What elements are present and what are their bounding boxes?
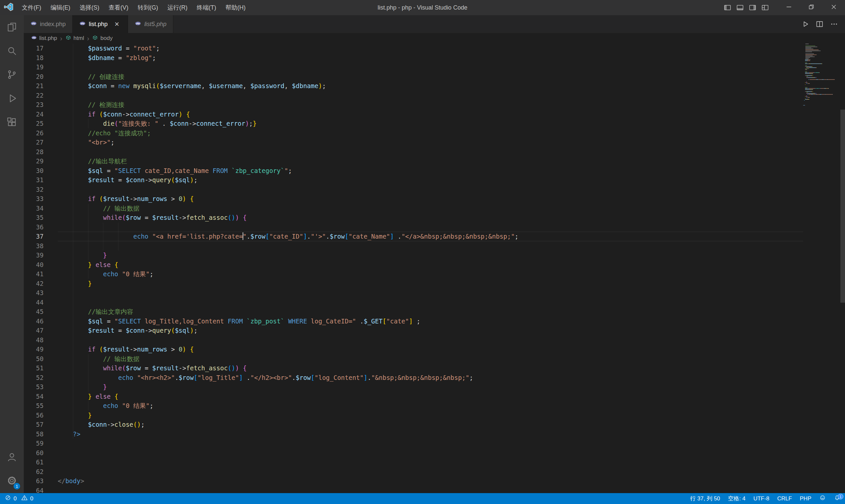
code-line[interactable]: "<br>"; xyxy=(58,138,845,147)
code-line[interactable]: //输出文章内容 xyxy=(58,307,845,317)
search-icon xyxy=(6,45,18,56)
toggle-secondary-sidebar-icon[interactable] xyxy=(749,4,757,12)
code-line[interactable]: $sql = "SELECT cate_ID,cate_Name FROM `z… xyxy=(58,166,845,176)
restore-button[interactable] xyxy=(800,0,823,15)
code-line[interactable] xyxy=(58,486,845,493)
code-line[interactable] xyxy=(58,448,845,458)
code-line[interactable]: $dbname = "zblog"; xyxy=(58,53,845,63)
code-line[interactable]: if ($result->num_rows > 0) { xyxy=(58,345,845,354)
activity-item-extensions[interactable] xyxy=(0,110,24,134)
code-line[interactable] xyxy=(58,298,845,307)
code-line[interactable]: echo "0 结果"; xyxy=(58,401,845,411)
code-line[interactable]: //echo "连接成功"; xyxy=(58,128,845,138)
code-line[interactable] xyxy=(58,91,845,100)
code-line[interactable] xyxy=(58,335,845,345)
activity-item-settings[interactable]: 1 xyxy=(0,469,24,492)
code-line[interactable]: if ($result->num_rows > 0) { xyxy=(58,194,845,204)
status-feedback[interactable] xyxy=(819,493,826,504)
code-line[interactable]: // 创建连接 xyxy=(58,72,845,82)
menu-item-terminal[interactable]: 终端(T) xyxy=(192,0,221,15)
minimize-button[interactable] xyxy=(778,0,800,15)
activity-item-search[interactable] xyxy=(0,39,24,63)
status-encoding[interactable]: UTF-8 xyxy=(753,493,769,504)
menu-item-edit[interactable]: 编辑(E) xyxy=(46,0,75,15)
code-line[interactable]: echo "0 结果"; xyxy=(58,269,845,279)
breadcrumb-item[interactable]: phplist.php xyxy=(31,35,57,42)
window-title: list.php - php - Visual Studio Code xyxy=(378,4,467,11)
status-cursor-position[interactable]: 行 37, 列 50 xyxy=(690,493,720,504)
status-indentation[interactable]: 空格: 4 xyxy=(728,493,745,504)
code-line[interactable]: } xyxy=(58,382,845,392)
code-line[interactable] xyxy=(58,62,845,72)
line-number: 25 xyxy=(24,119,58,128)
code-line[interactable] xyxy=(58,147,845,157)
activity-item-source-control[interactable] xyxy=(0,63,24,87)
code-line[interactable]: //输出导航栏 xyxy=(58,157,845,166)
breadcrumb-item[interactable]: html xyxy=(65,35,84,42)
tab-index-php[interactable]: phpindex.php xyxy=(24,15,73,33)
activity-item-explorer[interactable] xyxy=(0,15,24,39)
status-errors[interactable]: 0 xyxy=(5,493,17,504)
code-line[interactable]: while($row = $result->fetch_assoc()) { xyxy=(58,213,845,222)
line-number: 29 xyxy=(24,157,58,166)
toggle-panel-icon[interactable] xyxy=(736,4,744,12)
tab-list-php[interactable]: phplist.php× xyxy=(73,15,128,33)
toggle-sidebar-icon[interactable] xyxy=(723,4,732,12)
split-editor-icon[interactable] xyxy=(814,18,825,30)
code-line[interactable] xyxy=(58,439,845,448)
code-line[interactable]: // 检测连接 xyxy=(58,100,845,110)
code-line[interactable]: $password = "root"; xyxy=(58,43,845,53)
menu-item-goto[interactable]: 转到(G) xyxy=(133,0,163,15)
code-line[interactable] xyxy=(58,185,845,194)
code-editor[interactable]: 1718192021222324252627282930313233343536… xyxy=(24,43,845,493)
status-eol[interactable]: CRLF xyxy=(777,493,792,504)
code-line[interactable]: </body> xyxy=(58,476,845,486)
code-line[interactable] xyxy=(58,241,845,251)
code-line[interactable]: } else { xyxy=(58,392,845,401)
code-line[interactable]: $sql = "SELECT log_Title,log_Content FRO… xyxy=(58,317,845,326)
status-language-mode[interactable]: PHP xyxy=(800,493,811,504)
code-line[interactable]: while($row = $result->fetch_assoc()) { xyxy=(58,363,845,373)
run-code-icon[interactable] xyxy=(799,18,811,30)
code-line[interactable]: if ($conn->connect_error) { xyxy=(58,110,845,119)
code-line[interactable] xyxy=(58,288,845,298)
more-actions-icon[interactable] xyxy=(828,18,840,30)
menu-item-file[interactable]: 文件(F) xyxy=(17,0,46,15)
code-line[interactable]: } xyxy=(58,411,845,420)
customize-layout-icon[interactable] xyxy=(761,4,769,12)
status-warnings[interactable]: 0 xyxy=(21,493,33,504)
activity-item-account[interactable] xyxy=(0,445,24,469)
tab-close-icon[interactable]: × xyxy=(112,20,121,29)
line-number: 21 xyxy=(24,81,58,91)
scrollbar-thumb[interactable] xyxy=(840,110,845,303)
breadcrumb-item[interactable]: body xyxy=(92,35,112,42)
menu-item-view[interactable]: 查看(V) xyxy=(104,0,133,15)
code-line[interactable]: $result = $conn->query($sql); xyxy=(58,175,845,185)
code-area[interactable]: $password = "root"; $dbname = "zblog"; /… xyxy=(58,43,845,493)
menu-item-selection[interactable]: 选择(S) xyxy=(75,0,104,15)
code-line[interactable] xyxy=(58,457,845,467)
code-line[interactable]: die("连接失败: " . $conn->connect_error);} xyxy=(58,119,845,128)
minimap[interactable] xyxy=(803,43,835,493)
tab-list5-php[interactable]: phplist5.php xyxy=(128,15,173,33)
code-line[interactable]: $conn = new mysqli($servername, $usernam… xyxy=(58,81,845,91)
code-line[interactable]: } xyxy=(58,251,845,260)
close-button[interactable] xyxy=(823,0,845,15)
code-line[interactable]: ?> xyxy=(58,429,845,439)
code-line[interactable]: // 输出数据 xyxy=(58,204,845,213)
breadcrumb-label: html xyxy=(74,35,84,41)
code-line[interactable]: } xyxy=(58,279,845,288)
code-line[interactable]: } else { xyxy=(58,260,845,270)
code-line[interactable]: echo "<a href='list.php?cate=".$row["cat… xyxy=(58,232,845,241)
code-line[interactable]: echo "<hr><h2>".$row["log_Title"] ."</h2… xyxy=(58,373,845,382)
status-notifications[interactable]: 1 xyxy=(834,493,840,504)
menu-item-run[interactable]: 运行(R) xyxy=(163,0,192,15)
vertical-scrollbar[interactable] xyxy=(840,43,845,493)
code-line[interactable]: $conn->close(); xyxy=(58,420,845,429)
code-line[interactable]: $result = $conn->query($sql); xyxy=(58,326,845,335)
code-line[interactable]: // 输出数据 xyxy=(58,354,845,364)
menu-item-help[interactable]: 帮助(H) xyxy=(221,0,250,15)
activity-item-run-debug[interactable] xyxy=(0,87,24,110)
code-line[interactable] xyxy=(58,222,845,232)
code-line[interactable] xyxy=(58,467,845,476)
